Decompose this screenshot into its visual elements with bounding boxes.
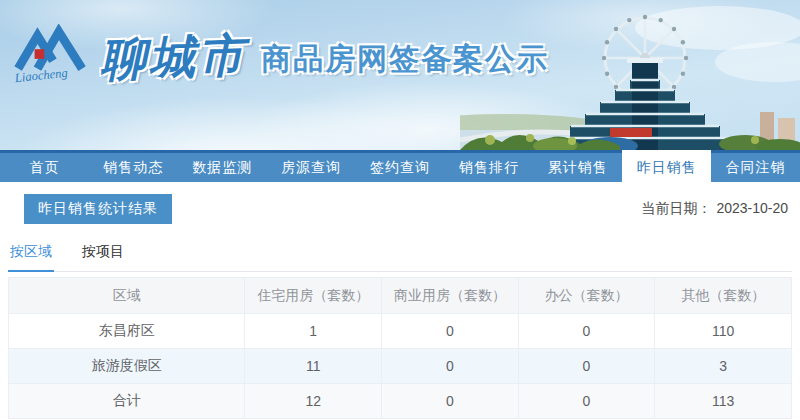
region-cell: 合计	[9, 384, 245, 419]
meta-row: 昨日销售统计结果 当前日期：2023-10-20	[24, 194, 788, 224]
current-date-label: 当前日期：	[641, 200, 711, 216]
value-cell: 0	[518, 384, 655, 419]
value-cell: 0	[382, 384, 519, 419]
nav-item-3[interactable]: 房源查询	[267, 153, 356, 182]
current-date-value: 2023-10-20	[716, 200, 788, 216]
table-body: 东昌府区100110旅游度假区11003合计1200113	[9, 314, 792, 419]
nav-item-5[interactable]: 销售排行	[444, 153, 533, 182]
column-header: 办公（套数）	[518, 278, 655, 314]
nav-item-2[interactable]: 数据监测	[178, 153, 267, 182]
value-cell: 11	[245, 349, 382, 384]
value-cell: 113	[655, 384, 792, 419]
region-cell: 旅游度假区	[9, 349, 245, 384]
section-title-badge: 昨日销售统计结果	[24, 194, 172, 224]
site-title: 商品房网签备案公示	[261, 34, 549, 86]
value-cell: 0	[382, 349, 519, 384]
site-header: Liaocheng 聊城市 商品房网签备案公示	[0, 0, 800, 150]
column-header: 商业用房（套数）	[382, 278, 519, 314]
nav-item-0[interactable]: 首页	[0, 153, 89, 182]
table-row: 合计1200113	[9, 384, 792, 419]
tab-by-project[interactable]: 按项目	[80, 239, 126, 271]
nav-item-1[interactable]: 销售动态	[89, 153, 178, 182]
column-header: 区域	[9, 278, 245, 314]
nav-item-4[interactable]: 签约查询	[356, 153, 445, 182]
brand-block[interactable]: Liaocheng 聊城市 商品房网签备案公示	[14, 24, 549, 86]
table-row: 旅游度假区11003	[9, 349, 792, 384]
region-cell: 东昌府区	[9, 314, 245, 349]
value-cell: 3	[655, 349, 792, 384]
value-cell: 110	[655, 314, 792, 349]
logo-mountain-icon: Liaocheng	[14, 24, 92, 86]
table-header-row: 区域住宅用房（套数）商业用房（套数）办公（套数）其他（套数）	[9, 278, 792, 314]
view-tabs: 按区域按项目	[8, 239, 792, 272]
column-header: 其他（套数）	[655, 278, 792, 314]
value-cell: 12	[245, 384, 382, 419]
nav-item-8[interactable]: 合同注销	[711, 153, 800, 182]
value-cell: 0	[518, 314, 655, 349]
tab-by-region[interactable]: 按区域	[8, 239, 54, 272]
red-sign	[610, 128, 652, 137]
stepped-building	[555, 58, 735, 150]
nav-item-7[interactable]: 昨日销售	[622, 153, 711, 182]
value-cell: 1	[245, 314, 382, 349]
nav-item-6[interactable]: 累计销售	[533, 153, 622, 182]
value-cell: 0	[382, 314, 519, 349]
main-nav: 首页销售动态数据监测房源查询签约查询销售排行累计销售昨日销售合同注销	[0, 150, 800, 182]
column-header: 住宅用房（套数）	[245, 278, 382, 314]
current-date: 当前日期：2023-10-20	[641, 200, 788, 218]
logo-city-name: 聊城市	[91, 25, 262, 89]
value-cell: 0	[518, 349, 655, 384]
table-row: 东昌府区100110	[9, 314, 792, 349]
stats-table: 区域住宅用房（套数）商业用房（套数）办公（套数）其他（套数） 东昌府区10011…	[8, 277, 792, 419]
